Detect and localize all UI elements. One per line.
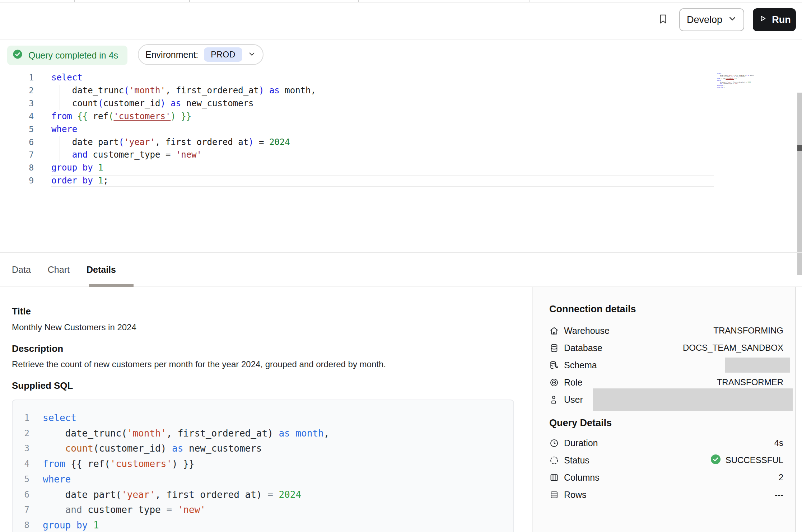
- line-number: 8: [18, 518, 29, 532]
- app-window: Develop Run Query completed in 4s Enviro…: [0, 0, 802, 532]
- line-number: 4: [18, 456, 29, 472]
- tab-chart[interactable]: Chart: [48, 265, 70, 275]
- line-number: 6: [0, 136, 34, 149]
- supplied-sql-block: 1select2 date_trunc('month', first_order…: [12, 400, 514, 532]
- code-line[interactable]: 2 date_trunc('month', first_ordered_at) …: [0, 84, 316, 97]
- detail-value: DOCS_TEAM_SANDBOX: [683, 343, 783, 353]
- line-number: 2: [18, 426, 29, 441]
- code-line: 2 date_trunc('month', first_ordered_at) …: [18, 426, 513, 441]
- environment-label: Environment:: [145, 50, 198, 60]
- tab-details[interactable]: Details: [87, 265, 116, 275]
- detail-row-schema: Schema: [549, 356, 783, 374]
- line-number: 3: [0, 97, 34, 110]
- detail-value-text: DOCS_TEAM_SANDBOX: [683, 343, 783, 353]
- connection-details-rows: WarehouseTRANSFORMINGDatabaseDOCS_TEAM_S…: [549, 322, 783, 408]
- play-icon: [758, 14, 768, 26]
- detail-label: User: [564, 395, 583, 405]
- code-line[interactable]: 7 and customer_type = 'new': [0, 149, 316, 162]
- code-line[interactable]: 6 date_part('year', first_ordered_at) = …: [0, 136, 316, 149]
- code-line: 9order by 1;: [717, 87, 755, 88]
- user-icon: [549, 395, 559, 405]
- line-number: 2: [0, 84, 34, 97]
- detail-value: [725, 358, 783, 373]
- supplied-sql-heading: Supplied SQL: [12, 380, 73, 391]
- line-number: 5: [0, 123, 34, 136]
- tabstrip-border: [0, 2, 802, 3]
- editor-scrollbar-thumb[interactable]: [797, 145, 802, 151]
- detail-value-text: TRANSFORMER: [717, 377, 783, 387]
- detail-value-text: SUCCESSFUL: [726, 455, 783, 465]
- rows-icon: [549, 490, 559, 500]
- description-value: Retrieve the count of new customers per …: [12, 359, 386, 369]
- detail-label: Role: [564, 377, 582, 388]
- redacted-value: [593, 388, 793, 411]
- detail-row-user: User: [549, 391, 783, 408]
- run-button[interactable]: Run: [753, 8, 796, 31]
- develop-button-label: Develop: [687, 14, 722, 25]
- editor-scrollbar-track[interactable]: [797, 93, 802, 275]
- line-number: 8: [0, 162, 34, 174]
- detail-label: Warehouse: [564, 326, 610, 336]
- line-number: 4: [0, 110, 34, 123]
- detail-value: TRANSFORMING: [713, 326, 783, 336]
- chevron-down-icon: [248, 50, 256, 60]
- results-tabbar: DataChartDetails: [0, 252, 802, 287]
- detail-value: TRANSFORMER: [717, 377, 783, 387]
- code-line[interactable]: 8group by 1: [0, 162, 316, 174]
- detail-label: Database: [564, 343, 602, 353]
- environment-value-chip: PROD: [204, 47, 242, 62]
- code-line[interactable]: 9order by 1;: [0, 174, 316, 187]
- code-line: 6 date_part('year', first_ordered_at) = …: [18, 487, 513, 503]
- line-number: 7: [0, 149, 34, 162]
- detail-row-status: StatusSUCCESSFUL: [549, 452, 783, 469]
- columns-icon: [549, 473, 559, 482]
- bookmark-button[interactable]: [655, 11, 671, 28]
- details-side-panel: Connection details WarehouseTRANSFORMING…: [532, 287, 796, 532]
- code-line: 8group by 1: [18, 518, 513, 532]
- code-line: 5where: [18, 472, 513, 487]
- line-number: 1: [18, 410, 29, 426]
- minimap[interactable]: 1select2 date_trunc('month', first_order…: [717, 73, 755, 88]
- code-line: 1select: [18, 410, 513, 426]
- detail-value: 4s: [774, 438, 783, 448]
- develop-dropdown-button[interactable]: Develop: [679, 8, 744, 31]
- environment-selector[interactable]: Environment: PROD: [138, 44, 264, 65]
- title-value: Monthly New Customers in 2024: [12, 322, 136, 332]
- bookmark-icon: [657, 13, 669, 27]
- detail-label: Status: [564, 455, 589, 466]
- tab-data[interactable]: Data: [12, 265, 31, 275]
- detail-value: SUCCESSFUL: [710, 454, 783, 467]
- detail-value-text: 2: [779, 472, 783, 482]
- active-tab-underline: [89, 284, 134, 287]
- detail-value-text: 4s: [774, 438, 783, 448]
- query-details-heading: Query Details: [549, 417, 783, 429]
- detail-row-warehouse: WarehouseTRANSFORMING: [549, 322, 783, 339]
- code-line[interactable]: 1select: [0, 71, 316, 84]
- success-check-icon: [12, 49, 23, 62]
- connection-details-heading: Connection details: [549, 304, 783, 315]
- line-number: 7: [18, 502, 29, 518]
- code-line[interactable]: 3 count(customer_id) as new_customers: [0, 97, 316, 110]
- line-number: 1: [0, 71, 34, 84]
- query-details-rows: Duration4sStatusSUCCESSFULColumns2Rows--…: [549, 434, 783, 503]
- code-line: 3 count(customer_id) as new_customers: [18, 441, 513, 456]
- detail-value-text: TRANSFORMING: [713, 326, 783, 336]
- detail-row-rows: Rows---: [549, 486, 783, 503]
- warehouse-icon: [549, 326, 559, 336]
- line-number: 9: [0, 174, 34, 187]
- clock-icon: [549, 438, 559, 448]
- sql-editor[interactable]: 1select2 date_trunc('month', first_order…: [0, 71, 316, 187]
- run-button-label: Run: [772, 14, 791, 25]
- code-line[interactable]: 4from {{ ref('customers') }}: [0, 110, 316, 123]
- detail-value: 2: [779, 472, 783, 482]
- role-icon: [549, 378, 559, 387]
- code-line[interactable]: 5where: [0, 123, 316, 136]
- detail-label: Columns: [564, 472, 600, 483]
- detail-label: Schema: [564, 360, 597, 370]
- redacted-value: [725, 358, 790, 373]
- description-heading: Description: [12, 343, 63, 354]
- detail-value: [593, 391, 783, 408]
- query-status-badge: Query completed in 4s: [7, 46, 127, 65]
- title-heading: Title: [12, 306, 31, 317]
- detail-row-clock: Duration4s: [549, 434, 783, 452]
